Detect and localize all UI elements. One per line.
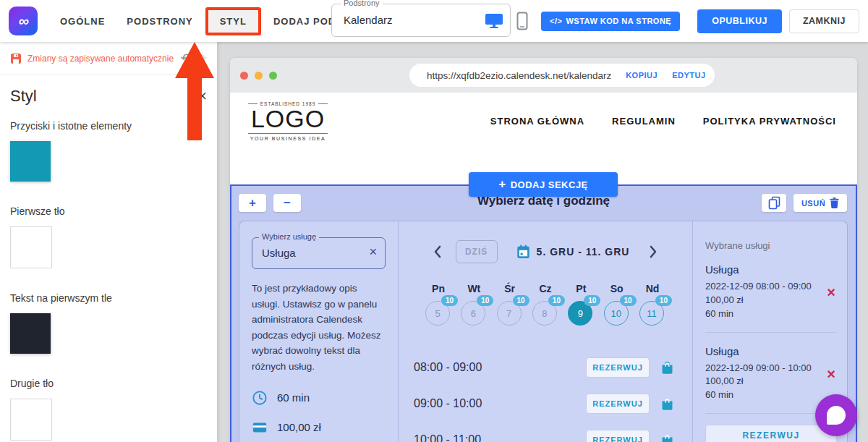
save-icon bbox=[10, 53, 22, 64]
slots-count-badge: 10 bbox=[655, 295, 672, 306]
autosave-notice: Zmiany są zapisywane automatycznie ↶ ↷ bbox=[0, 42, 217, 75]
color-field: Drugie tło bbox=[10, 378, 207, 441]
builder-topbar: ∞ OGÓLNE PODSTRONY STYL DODAJ PODSTRONĘ … bbox=[0, 0, 868, 42]
color-field-label: Drugie tło bbox=[10, 378, 207, 389]
add-section-button[interactable]: + DODAJ SEKCJĘ bbox=[469, 172, 618, 197]
time-slot-row: 09:00 - 10:00 REZERWUJ bbox=[399, 386, 692, 422]
url-bar: https://xqfdb2ezio.calendesk.net/kalenda… bbox=[409, 64, 715, 87]
calendar-section: + − Wybierz datę i godzinę USUŃ bbox=[230, 184, 857, 442]
close-builder-button[interactable]: ZAMKNIJ bbox=[789, 9, 859, 33]
payment-card-icon bbox=[252, 420, 268, 435]
service-price: 100,00 zł bbox=[277, 421, 321, 433]
copy-url-button[interactable]: KOPIUJ bbox=[626, 71, 658, 80]
color-field-label: Pierwsze tło bbox=[10, 205, 207, 217]
add-to-cart-bag-icon[interactable] bbox=[660, 396, 675, 412]
desktop-preview-icon[interactable] bbox=[485, 12, 503, 30]
site-url: https://xqfdb2ezio.calendesk.net/kalenda… bbox=[427, 70, 611, 81]
calendar-day: Wt 6 10 bbox=[460, 283, 488, 327]
time-slot-row: 10:00 - 11:00 REZERWUJ bbox=[399, 422, 692, 442]
slots-count-badge: 10 bbox=[477, 295, 493, 306]
plus-icon: + bbox=[498, 177, 506, 192]
slots-count-badge: 10 bbox=[441, 295, 458, 306]
code-icon: </> bbox=[550, 17, 562, 25]
color-swatch-buttons[interactable] bbox=[10, 141, 51, 182]
browser-chrome: https://xqfdb2ezio.calendesk.net/kalenda… bbox=[230, 58, 857, 93]
add-to-cart-bag-icon[interactable] bbox=[660, 432, 675, 442]
browser-frame: https://xqfdb2ezio.calendesk.net/kalenda… bbox=[230, 58, 857, 442]
today-button[interactable]: DZIŚ bbox=[456, 240, 498, 263]
remove-item-icon[interactable]: × bbox=[827, 368, 835, 380]
page-select-dropdown[interactable]: Podstrony Kalendarz bbox=[331, 4, 511, 37]
calendar-day: Pn 5 10 bbox=[425, 283, 452, 327]
site-canvas: ESTABLISHED 1989 LOGO YOUR BUSINESS IDEA… bbox=[230, 93, 857, 442]
menu-item-podstrony[interactable]: PODSTRONY bbox=[116, 9, 203, 34]
publish-button[interactable]: OPUBLIKUJ bbox=[697, 9, 782, 33]
chat-widget-button[interactable] bbox=[815, 394, 857, 436]
reserve-button[interactable]: REZERWUJ bbox=[586, 394, 650, 414]
undo-icon[interactable]: ↶ bbox=[181, 52, 191, 64]
cart-item: Usługa 2022-12-09 08:00 - 09:00 100,00 z… bbox=[705, 251, 837, 333]
mobile-preview-icon[interactable] bbox=[516, 12, 528, 30]
site-nav: STRONA GŁÓWNA REGULAMIN POLITYKA PRYWATN… bbox=[490, 116, 839, 127]
nav-strona-glowna[interactable]: STRONA GŁÓWNA bbox=[490, 116, 584, 127]
site-preview-area: https://xqfdb2ezio.calendesk.net/kalenda… bbox=[217, 42, 868, 442]
add-to-cart-bag-icon[interactable] bbox=[660, 360, 675, 375]
menu-item-styl[interactable]: STYL bbox=[208, 10, 258, 33]
color-field: Pierwsze tło bbox=[10, 205, 207, 268]
slots-count-badge: 10 bbox=[548, 295, 565, 306]
clear-service-icon[interactable]: × bbox=[369, 245, 377, 260]
calendar-day-selected: Pt 9 10 bbox=[567, 283, 595, 327]
prev-week-icon[interactable] bbox=[433, 245, 443, 258]
embed-code-button[interactable]: </> WSTAW KOD NA STRONĘ bbox=[541, 12, 680, 31]
duplicate-section-button[interactable] bbox=[762, 194, 786, 212]
color-field: Przyciski i istotne elementy bbox=[10, 120, 207, 182]
color-swatch-first-bg-text[interactable] bbox=[10, 313, 51, 354]
traffic-light-red bbox=[240, 72, 248, 80]
color-swatch-second-bg[interactable] bbox=[10, 399, 52, 441]
time-slot-row: 08:00 - 09:00 REZERWUJ bbox=[399, 349, 692, 386]
traffic-light-yellow bbox=[255, 72, 263, 80]
booking-widget: Wybierz usługę Usługa × To jest przykład… bbox=[239, 221, 848, 442]
site-header: ESTABLISHED 1989 LOGO YOUR BUSINESS IDEA… bbox=[230, 93, 857, 150]
calendar-icon bbox=[516, 245, 530, 259]
color-field-label: Tekst na pierwszym tle bbox=[10, 292, 207, 304]
reserve-button[interactable]: REZERWUJ bbox=[586, 357, 650, 378]
menu-item-ogolne[interactable]: OGÓLNE bbox=[49, 9, 116, 34]
time-slots: 08:00 - 09:00 REZERWUJ 09:00 - 10:00 REZ… bbox=[399, 349, 692, 442]
service-description: To jest przykładowy opis usługi. Ustawis… bbox=[252, 281, 386, 375]
site-logo[interactable]: ESTABLISHED 1989 LOGO YOUR BUSINESS IDEA bbox=[248, 101, 328, 142]
style-highlight-box: STYL bbox=[205, 7, 261, 35]
service-panel: Wybierz usługę Usługa × To jest przykład… bbox=[239, 221, 399, 442]
color-field: Tekst na pierwszym tle bbox=[10, 292, 207, 354]
remove-item-icon[interactable]: × bbox=[827, 286, 835, 298]
clock-icon bbox=[252, 390, 268, 406]
nav-regulamin[interactable]: REGULAMIN bbox=[612, 116, 676, 127]
cart-reserve-button[interactable]: REZERWUJ bbox=[705, 425, 837, 442]
color-swatch-first-bg[interactable] bbox=[10, 226, 52, 268]
chat-bubble-icon bbox=[827, 406, 846, 425]
traffic-light-green bbox=[269, 72, 277, 80]
trash-icon bbox=[830, 197, 839, 208]
nav-polityka[interactable]: POLITYKA PRYWATNOŚCI bbox=[703, 116, 836, 127]
cart-item: Usługa 2022-12-09 09:00 - 10:00 100,00 z… bbox=[705, 333, 837, 415]
page-select-label: Podstrony bbox=[341, 0, 383, 7]
close-panel-icon[interactable]: × bbox=[197, 88, 207, 104]
service-duration: 60 min bbox=[277, 391, 310, 404]
edit-url-button[interactable]: EDYTUJ bbox=[672, 71, 705, 80]
calendar-day: Śr 7 10 bbox=[496, 283, 524, 327]
delete-section-button[interactable]: USUŃ bbox=[793, 194, 847, 212]
calendar-panel: DZIŚ 5. GRU - 11. GRU bbox=[399, 221, 692, 442]
slots-count-badge: 10 bbox=[584, 295, 600, 306]
copy-icon bbox=[768, 196, 780, 210]
week-days: Pn 5 10 Wt 6 10 Śr 7 bbox=[399, 283, 692, 327]
next-week-icon[interactable] bbox=[648, 245, 658, 258]
calendar-day: Nd 11 10 bbox=[639, 283, 666, 327]
cart-title: Wybrane usługi bbox=[705, 240, 837, 251]
redo-icon[interactable]: ↷ bbox=[197, 52, 207, 64]
calendar-day: Cz 8 10 bbox=[532, 283, 559, 327]
page-select-value: Kalendarz bbox=[344, 14, 393, 26]
calendesk-logo-icon[interactable]: ∞ bbox=[9, 7, 38, 35]
reserve-button[interactable]: REZERWUJ bbox=[586, 430, 650, 442]
color-field-label: Przyciski i istotne elementy bbox=[10, 120, 207, 132]
service-select[interactable]: Wybierz usługę Usługa × bbox=[252, 237, 386, 269]
